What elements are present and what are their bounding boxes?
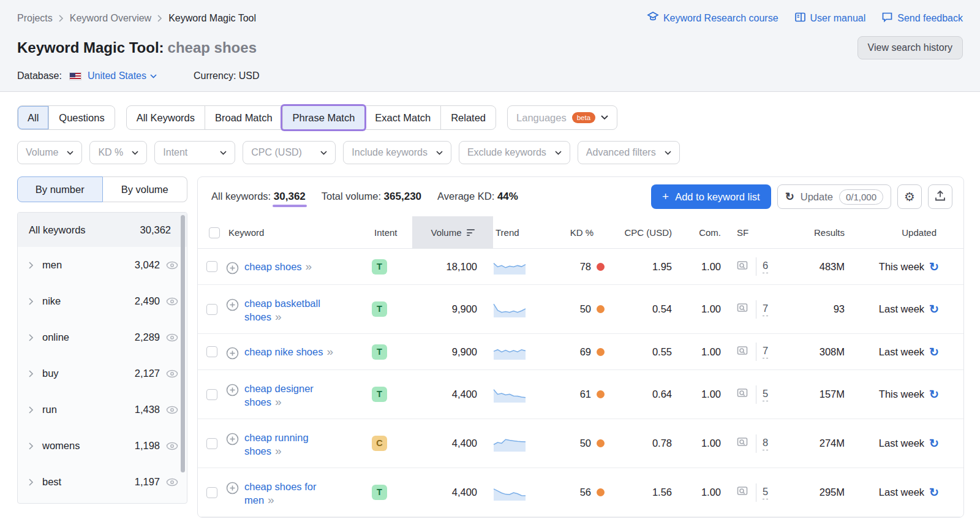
add-keyword-icon[interactable] — [226, 298, 239, 311]
eye-icon[interactable] — [166, 442, 178, 450]
sf-count[interactable]: 5 — [763, 388, 768, 401]
add-keyword-icon[interactable] — [226, 482, 239, 494]
view-search-history-button[interactable]: View search history — [858, 36, 963, 59]
keyword-expand-icon[interactable]: » — [306, 260, 312, 273]
col-intent[interactable]: Intent — [372, 227, 412, 238]
tab-phrase-match[interactable]: Phrase Match — [282, 106, 365, 129]
refresh-icon[interactable]: ↻ — [929, 436, 939, 450]
add-keyword-icon[interactable] — [226, 347, 239, 360]
serp-preview-icon[interactable] — [737, 387, 750, 401]
tab-broad-match[interactable]: Broad Match — [205, 106, 282, 129]
chevron-right-icon[interactable] — [29, 406, 34, 414]
sf-count[interactable]: 7 — [763, 303, 768, 316]
group-item-online[interactable]: online 2,289 — [18, 319, 187, 355]
send-feedback-link[interactable]: Send feedback — [881, 12, 963, 25]
sf-count[interactable]: 8 — [763, 437, 768, 450]
add-to-keyword-list-button[interactable]: + Add to keyword list — [651, 184, 771, 209]
keyword-expand-icon[interactable]: » — [326, 345, 333, 358]
row-checkbox[interactable] — [206, 346, 217, 357]
keyword-expand-icon[interactable]: » — [275, 310, 281, 323]
refresh-icon[interactable]: ↻ — [929, 387, 939, 401]
col-cpc[interactable]: CPC (USD) — [609, 227, 680, 238]
tab-exact-match[interactable]: Exact Match — [364, 106, 440, 129]
sidebar-scrollbar[interactable] — [181, 215, 185, 472]
sort-by-number-toggle[interactable]: By number — [17, 176, 103, 202]
chevron-right-icon[interactable] — [29, 479, 34, 486]
eye-icon[interactable] — [166, 369, 178, 378]
filter-cpc[interactable]: CPC (USD) — [243, 141, 336, 164]
keyword-link[interactable]: cheap nike shoes — [244, 346, 323, 357]
col-com[interactable]: Com. — [680, 227, 729, 238]
filter-exclude-keywords[interactable]: Exclude keywords — [459, 141, 570, 164]
sf-count[interactable]: 7 — [763, 345, 768, 358]
export-button[interactable] — [928, 184, 952, 209]
group-item-run[interactable]: run 1,438 — [18, 392, 187, 428]
settings-button[interactable]: ⚙ — [897, 184, 922, 209]
keyword-link[interactable]: cheap shoes — [244, 261, 302, 272]
chevron-right-icon[interactable] — [29, 334, 34, 341]
languages-dropdown[interactable]: Languages beta — [507, 105, 617, 130]
serp-preview-icon[interactable] — [737, 260, 750, 274]
eye-icon[interactable] — [166, 478, 178, 487]
row-checkbox[interactable] — [206, 261, 217, 272]
all-keywords-group[interactable]: All keywords 30,362 — [18, 213, 187, 247]
tab-questions[interactable]: Questions — [48, 106, 114, 129]
filter-include-keywords[interactable]: Include keywords — [343, 141, 451, 164]
filter-volume[interactable]: Volume — [17, 141, 82, 164]
serp-preview-icon[interactable] — [737, 485, 750, 499]
serp-preview-icon[interactable] — [737, 302, 750, 316]
keyword-link[interactable]: cheap shoes for men — [244, 481, 316, 506]
chevron-right-icon[interactable] — [29, 370, 34, 377]
eye-icon[interactable] — [166, 406, 178, 414]
tab-related[interactable]: Related — [440, 106, 496, 129]
row-checkbox[interactable] — [206, 438, 217, 449]
filter-advanced[interactable]: Advanced filters — [578, 141, 680, 164]
serp-preview-icon[interactable] — [737, 345, 750, 359]
row-checkbox[interactable] — [206, 304, 217, 315]
col-kd[interactable]: KD % — [552, 227, 609, 238]
col-updated[interactable]: Updated — [853, 227, 945, 238]
group-item-best[interactable]: best 1,197 — [18, 464, 187, 500]
eye-icon[interactable] — [166, 297, 178, 306]
keyword-link[interactable]: cheap basketball shoes — [244, 298, 320, 322]
filter-kd[interactable]: KD % — [89, 141, 147, 164]
add-keyword-icon[interactable] — [226, 433, 239, 445]
filter-intent[interactable]: Intent — [154, 141, 235, 164]
tab-all-keywords[interactable]: All Keywords — [127, 106, 205, 129]
sf-count[interactable]: 5 — [763, 486, 768, 499]
chevron-right-icon[interactable] — [29, 442, 34, 450]
serp-preview-icon[interactable] — [737, 436, 750, 450]
refresh-icon[interactable]: ↻ — [929, 345, 939, 359]
group-item-men[interactable]: men 3,042 — [18, 247, 187, 283]
update-button[interactable]: ↻ Update 0/1,000 — [777, 184, 891, 209]
row-checkbox[interactable] — [206, 389, 217, 400]
col-keyword[interactable]: Keyword — [226, 227, 372, 238]
col-sf[interactable]: SF — [729, 227, 788, 238]
refresh-icon[interactable]: ↻ — [929, 302, 939, 316]
database-selector[interactable]: United States — [88, 70, 157, 81]
row-checkbox[interactable] — [206, 487, 217, 498]
refresh-icon[interactable]: ↻ — [929, 260, 939, 274]
keyword-research-course-link[interactable]: Keyword Research course — [647, 11, 778, 25]
chevron-right-icon[interactable] — [29, 262, 34, 269]
keyword-expand-icon[interactable]: » — [275, 444, 281, 457]
eye-icon[interactable] — [166, 261, 178, 270]
user-manual-link[interactable]: User manual — [794, 12, 866, 25]
eye-icon[interactable] — [166, 333, 178, 342]
tab-all[interactable]: All — [18, 106, 48, 129]
sf-count[interactable]: 6 — [763, 260, 768, 273]
col-volume[interactable]: Volume — [412, 216, 493, 249]
breadcrumb-projects[interactable]: Projects — [17, 13, 53, 24]
col-results[interactable]: Results — [788, 227, 853, 238]
breadcrumb-keyword-overview[interactable]: Keyword Overview — [70, 13, 151, 24]
chevron-right-icon[interactable] — [29, 298, 34, 305]
refresh-icon[interactable]: ↻ — [929, 485, 939, 499]
select-all-checkbox[interactable] — [209, 227, 220, 238]
group-item-nike[interactable]: nike 2,490 — [18, 283, 187, 319]
add-keyword-icon[interactable] — [226, 384, 239, 396]
col-trend[interactable]: Trend — [493, 227, 552, 238]
keyword-expand-icon[interactable]: » — [275, 395, 281, 408]
group-item-buy[interactable]: buy 2,127 — [18, 355, 187, 392]
sort-by-volume-toggle[interactable]: By volume — [103, 176, 188, 202]
keyword-expand-icon[interactable]: » — [268, 493, 274, 506]
